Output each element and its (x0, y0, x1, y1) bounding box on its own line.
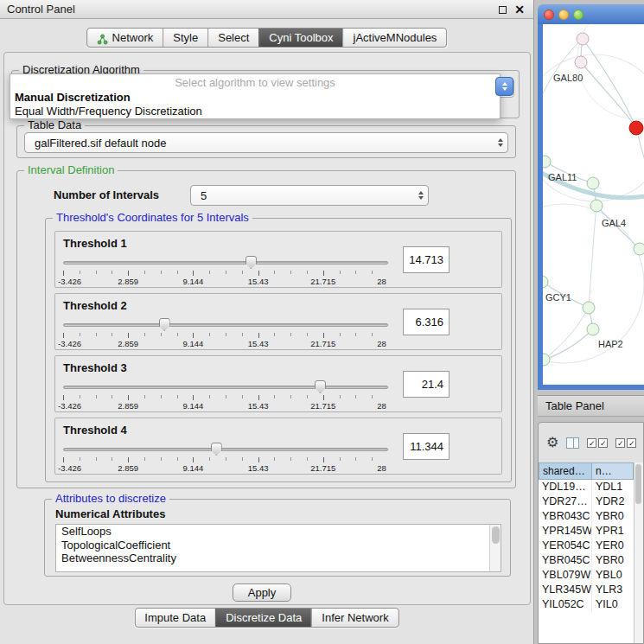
tab-impute-data[interactable]: Impute Data (135, 609, 215, 627)
network-node[interactable] (575, 56, 587, 68)
tick-marks (63, 395, 388, 400)
tab-cyni-toolbox[interactable]: Cyni Toolbox (258, 29, 342, 47)
network-edge (583, 39, 636, 128)
zoom-traffic-light[interactable] (573, 10, 583, 20)
attributes-group-title: Attributes to discretize (52, 492, 169, 506)
minimize-traffic-light[interactable] (558, 10, 569, 20)
close-icon[interactable]: ✕ (514, 3, 525, 16)
table-row[interactable]: YDR27… YDR2 (539, 494, 634, 509)
scale-label: -3.426 (58, 463, 81, 473)
bottom-tab-strip: Impute Data Discretize Data Infer Networ… (134, 608, 399, 628)
slider-thumb[interactable] (159, 318, 170, 331)
checkbox-icon[interactable]: ✓ (587, 438, 596, 448)
num-intervals-combobox[interactable]: 5 (190, 185, 429, 206)
selected-network-node[interactable] (629, 121, 643, 135)
algorithm-option[interactable]: Equal Width/Frequency Discretization (10, 105, 500, 118)
threshold-slider[interactable] (63, 256, 388, 270)
gear-icon[interactable]: ⚙ (546, 436, 558, 450)
threshold-slider[interactable] (63, 318, 388, 332)
slider-scale: -3.426 2.859 9.144 15.43 21.715 28 (63, 401, 388, 411)
table-row[interactable]: YER054C YER0 (539, 539, 634, 553)
scrollbar-thumb[interactable] (492, 526, 500, 544)
scale-label: 28 (377, 463, 386, 473)
scale-label: 28 (377, 401, 386, 411)
network-node[interactable] (634, 243, 644, 255)
network-window-titlebar[interactable] (538, 4, 644, 24)
network-node[interactable] (577, 33, 589, 45)
list-item[interactable]: SelfLoops (56, 525, 501, 539)
scale-label: 28 (377, 339, 386, 348)
algorithm-option[interactable]: Manual Discretization (10, 91, 500, 105)
scale-label: 28 (377, 277, 386, 286)
network-node[interactable] (583, 302, 595, 314)
network-node[interactable] (587, 323, 599, 335)
threshold-value-field[interactable]: 14.713 (403, 246, 450, 273)
cyni-toolbox-panel: Discretization Algorithm Select algorith… (3, 52, 531, 605)
table-data-combobox[interactable]: galFiltered.sif default node (24, 132, 508, 153)
table-row[interactable]: YBL079W YBL0 (539, 568, 634, 583)
column-header-shared-name[interactable]: shared… (539, 462, 592, 480)
combo-arrows-icon[interactable] (495, 77, 513, 96)
slider-track[interactable] (63, 261, 388, 265)
scale-label: 2.859 (118, 463, 138, 473)
threshold-panel: Threshold 4 -3.426 2.859 9.144 15.43 21.… (54, 418, 502, 475)
scale-label: -3.426 (58, 401, 81, 411)
slider-track[interactable] (63, 386, 388, 389)
window-title: Control Panel (7, 3, 75, 16)
scale-label: 15.43 (248, 339, 269, 348)
threshold-panel: Threshold 2 -3.426 2.859 9.144 15.43 21.… (54, 293, 502, 350)
attributes-group: Attributes to discretize Numerical Attri… (44, 499, 511, 577)
tab-discretize-data[interactable]: Discretize Data (215, 609, 311, 627)
slider-thumb[interactable] (245, 256, 257, 269)
network-edge (544, 308, 589, 360)
threshold-value-field[interactable]: 21.4 (403, 371, 450, 398)
scale-label: 9.144 (183, 339, 204, 348)
network-node[interactable] (543, 276, 548, 288)
threshold-slider[interactable] (63, 443, 388, 456)
tab-select[interactable]: Select (207, 29, 258, 47)
table-scrollbar[interactable] (634, 462, 643, 643)
tab-infer-network[interactable]: Infer Network (311, 609, 398, 627)
list-scrollbar[interactable] (489, 525, 501, 571)
tab-network[interactable]: Network (87, 29, 163, 47)
interval-definition-title: Interval Definition (24, 163, 118, 177)
table-row[interactable]: YLR345W YLR3 (539, 583, 634, 597)
threshold-slider[interactable] (63, 380, 388, 394)
threshold-value-field[interactable]: 11.344 (403, 433, 450, 460)
interval-definition-group: Interval Definition Number of Intervals … (16, 170, 516, 488)
control-panel-window: Control Panel ✕ Network Style Select Cyn… (0, 0, 534, 644)
checkbox-icon[interactable]: ✓ (615, 438, 625, 448)
checkbox-icon[interactable]: ✓ (598, 438, 608, 448)
tab-jactivemnodules[interactable]: jActiveMNodules (343, 29, 447, 47)
threshold-value-field[interactable]: 6.316 (403, 309, 450, 335)
close-traffic-light[interactable] (544, 10, 554, 20)
slider-track[interactable] (63, 323, 388, 327)
checkbox-icon[interactable]: ✓ (627, 438, 636, 448)
tick-marks (63, 271, 388, 276)
list-item[interactable]: TopologicalCoefficient (56, 539, 501, 552)
float-window-icon[interactable] (499, 6, 507, 14)
apply-button[interactable]: Apply (233, 583, 291, 602)
tab-style[interactable]: Style (163, 29, 207, 47)
table-row[interactable]: YBR045C YBR0 (539, 553, 634, 568)
columns-icon[interactable] (566, 437, 579, 449)
network-edge (589, 206, 596, 308)
node-label: GAL80 (553, 73, 583, 83)
network-node[interactable] (543, 156, 551, 168)
list-item[interactable]: BetweennessCentrality (56, 552, 501, 565)
slider-thumb[interactable] (315, 380, 326, 393)
slider-track[interactable] (63, 448, 388, 451)
table-row[interactable]: YBR043C YBR0 (539, 509, 634, 524)
network-canvas[interactable]: GAL80 GAL11 GAL4 GCY1 HAP2 (538, 24, 644, 390)
table-row[interactable]: YPR145W YPR1 (539, 524, 634, 539)
slider-thumb[interactable] (211, 443, 222, 456)
network-node[interactable] (590, 200, 603, 212)
table-data-group-title: Table Data (24, 118, 85, 132)
scrollbar-thumb[interactable] (635, 464, 641, 504)
table-row[interactable]: YDL19… YDL1 (539, 480, 634, 494)
slider-scale: -3.426 2.859 9.144 15.43 21.715 28 (63, 339, 388, 348)
column-header-name[interactable]: n… (592, 462, 634, 480)
network-node[interactable] (587, 177, 599, 189)
table-panel-title: Table Panel (545, 399, 604, 412)
table-row[interactable]: YIL052C YIL0 (539, 597, 634, 612)
